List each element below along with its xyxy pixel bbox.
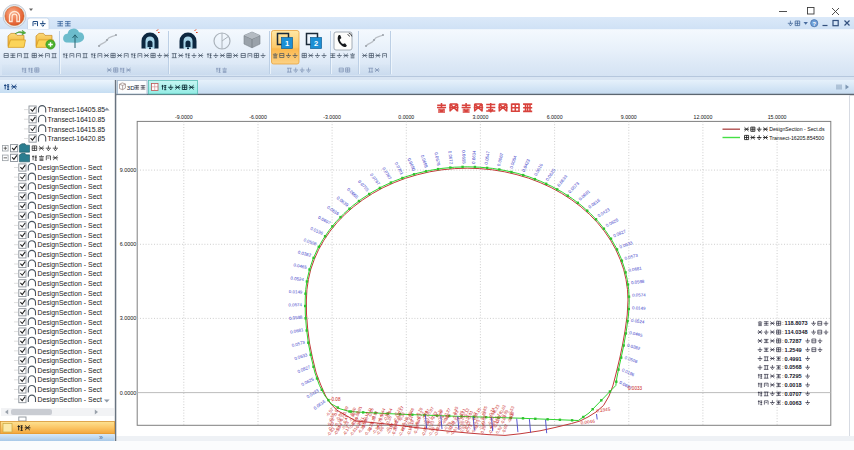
svg-text:0.0018: 0.0018 (785, 382, 802, 388)
svg-text:0.4991: 0.4991 (785, 356, 802, 362)
svg-text:0.0574: 0.0574 (632, 292, 646, 297)
svg-text:15.0000: 15.0000 (768, 114, 787, 120)
svg-text:0.0574: 0.0574 (288, 302, 302, 307)
svg-text:0.0568: 0.0568 (785, 364, 802, 370)
svg-text:DesignSection - Sect: DesignSection - Sect (38, 241, 102, 249)
svg-text:DesignSection - Sect: DesignSection - Sect (38, 376, 102, 384)
svg-text:118.8073: 118.8073 (785, 320, 808, 326)
svg-text:DesignSection - Sect: DesignSection - Sect (38, 319, 102, 327)
svg-text:0.0149: 0.0149 (289, 289, 303, 294)
svg-text:DesignSection - Sect: DesignSection - Sect (38, 203, 102, 211)
svg-text:DesignSection - Sect: DesignSection - Sect (38, 251, 102, 259)
svg-text:DesignSection - Sect: DesignSection - Sect (38, 164, 102, 172)
svg-text:0.0063: 0.0063 (785, 400, 802, 406)
svg-text:Transect-16415.85: Transect-16415.85 (48, 126, 106, 133)
svg-text:DesignSection - Sect: DesignSection - Sect (38, 396, 102, 404)
svg-text:1.2549: 1.2549 (785, 347, 802, 353)
svg-text:0.0149: 0.0149 (632, 305, 646, 311)
svg-text:Transect-16410.85: Transect-16410.85 (48, 116, 106, 123)
svg-text:0.7287: 0.7287 (785, 338, 802, 344)
svg-text:0.0634: 0.0634 (471, 150, 477, 164)
svg-text:0.7295: 0.7295 (785, 373, 802, 379)
svg-text:DesignSection - Sect: DesignSection - Sect (38, 212, 102, 220)
svg-text:0.0707: 0.0707 (785, 391, 802, 397)
svg-text:Transect-16205.854500: Transect-16205.854500 (769, 135, 824, 141)
svg-text:DesignSection - Sect.ds: DesignSection - Sect.ds (769, 126, 825, 132)
svg-text:6.0000: 6.0000 (120, 241, 137, 247)
svg-text:2: 2 (314, 39, 318, 48)
svg-text:DesignSection - Sect: DesignSection - Sect (38, 328, 102, 336)
svg-text:»: » (99, 434, 103, 441)
svg-text:DesignSection - Sect: DesignSection - Sect (38, 348, 102, 356)
svg-text:-9.0000: -9.0000 (175, 114, 193, 120)
svg-text:DesignSection - Sect: DesignSection - Sect (38, 367, 102, 375)
svg-text:DesignSection - Sect: DesignSection - Sect (38, 193, 102, 201)
svg-text:DesignSection - Sect: DesignSection - Sect (38, 357, 102, 365)
svg-text:9.0000: 9.0000 (621, 114, 637, 120)
svg-text:-6.0000: -6.0000 (249, 114, 267, 120)
svg-text:DesignSection - Sect: DesignSection - Sect (38, 174, 102, 182)
svg-text:-3.0000: -3.0000 (323, 114, 341, 120)
svg-text:DesignSection - Sect: DesignSection - Sect (38, 270, 102, 278)
svg-text:DesignSection - Sect: DesignSection - Sect (38, 290, 102, 298)
svg-text:3.0000: 3.0000 (472, 114, 488, 120)
svg-text:DesignSection - Sect: DesignSection - Sect (38, 280, 102, 288)
svg-text:6.0000: 6.0000 (547, 114, 563, 120)
svg-text:0.0000: 0.0000 (398, 114, 414, 120)
svg-text:?: ? (812, 21, 816, 27)
svg-text:0.0000: 0.0000 (120, 390, 137, 396)
svg-text:DesignSection - Sect: DesignSection - Sect (38, 299, 102, 307)
svg-text:DesignSection - Sect: DesignSection - Sect (38, 338, 102, 346)
svg-text:DesignSection - Sect: DesignSection - Sect (38, 386, 102, 394)
svg-text:DesignSection - Sect: DesignSection - Sect (38, 222, 102, 230)
svg-text:114.0348: 114.0348 (785, 329, 808, 335)
svg-text:3.0000: 3.0000 (120, 315, 137, 321)
svg-text:9.0000: 9.0000 (120, 167, 137, 173)
svg-text:DesignSection - Sect: DesignSection - Sect (38, 261, 102, 269)
svg-text:Transect-16420.85: Transect-16420.85 (48, 135, 106, 142)
svg-text:-0.08: -0.08 (330, 397, 341, 402)
svg-text:Transect-16405.85: Transect-16405.85 (48, 106, 106, 113)
svg-text:0.0033: 0.0033 (628, 386, 642, 391)
svg-text:DesignSection - Sect: DesignSection - Sect (38, 309, 102, 317)
svg-text:0.0655: 0.0655 (461, 150, 466, 164)
svg-text:12.0000: 12.0000 (694, 114, 713, 120)
svg-text:3D: 3D (127, 84, 135, 91)
svg-text:1: 1 (285, 39, 289, 48)
svg-text:DesignSection - Sect: DesignSection - Sect (38, 183, 102, 191)
svg-text:DesignSection - Sect: DesignSection - Sect (38, 232, 102, 240)
